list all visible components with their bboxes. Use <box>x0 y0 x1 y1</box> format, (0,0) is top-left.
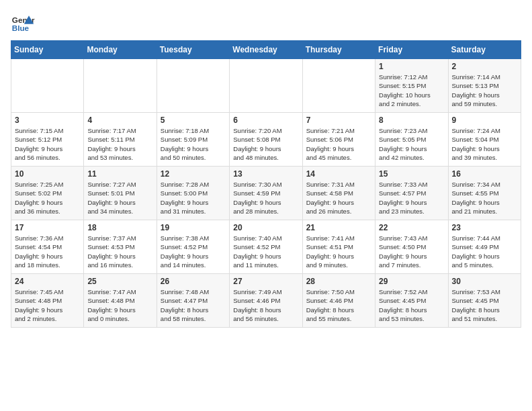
days-header-row: SundayMondayTuesdayWednesdayThursdayFrid… <box>11 41 521 59</box>
day-info: Sunrise: 7:23 AM Sunset: 5:05 PM Dayligh… <box>379 126 444 162</box>
day-number: 3 <box>15 116 80 125</box>
header: General Blue <box>11 11 521 35</box>
logo: General Blue <box>11 11 35 35</box>
calendar-cell: 22Sunrise: 7:43 AM Sunset: 4:50 PM Dayli… <box>375 220 448 274</box>
svg-text:Blue: Blue <box>12 24 30 32</box>
day-info: Sunrise: 7:47 AM Sunset: 4:48 PM Dayligh… <box>87 287 152 323</box>
day-number: 19 <box>161 223 226 232</box>
calendar-cell: 2Sunrise: 7:14 AM Sunset: 5:13 PM Daylig… <box>448 59 521 113</box>
day-info: Sunrise: 7:33 AM Sunset: 4:57 PM Dayligh… <box>379 180 444 216</box>
day-number: 10 <box>15 169 80 179</box>
day-number: 13 <box>233 169 298 179</box>
day-info: Sunrise: 7:44 AM Sunset: 4:49 PM Dayligh… <box>452 234 517 269</box>
calendar-cell: 4Sunrise: 7:17 AM Sunset: 5:11 PM Daylig… <box>84 113 157 167</box>
day-info: Sunrise: 7:49 AM Sunset: 4:46 PM Dayligh… <box>233 287 298 323</box>
calendar-cell: 6Sunrise: 7:20 AM Sunset: 5:08 PM Daylig… <box>230 113 302 167</box>
day-info: Sunrise: 7:45 AM Sunset: 4:48 PM Dayligh… <box>15 287 80 323</box>
calendar-cell: 12Sunrise: 7:28 AM Sunset: 5:00 PM Dayli… <box>157 167 229 220</box>
day-info: Sunrise: 7:53 AM Sunset: 4:45 PM Dayligh… <box>452 287 517 323</box>
day-number: 5 <box>161 116 226 125</box>
day-number: 11 <box>87 169 152 179</box>
day-info: Sunrise: 7:43 AM Sunset: 4:50 PM Dayligh… <box>379 234 444 269</box>
calendar-cell: 18Sunrise: 7:37 AM Sunset: 4:53 PM Dayli… <box>84 220 157 274</box>
day-info: Sunrise: 7:41 AM Sunset: 4:51 PM Dayligh… <box>306 234 371 269</box>
day-info: Sunrise: 7:20 AM Sunset: 5:08 PM Dayligh… <box>233 126 298 162</box>
day-header-thursday: Thursday <box>302 41 375 59</box>
calendar-cell: 14Sunrise: 7:31 AM Sunset: 4:58 PM Dayli… <box>302 167 375 220</box>
day-number: 8 <box>379 116 444 125</box>
calendar-cell: 19Sunrise: 7:38 AM Sunset: 4:52 PM Dayli… <box>157 220 229 274</box>
day-info: Sunrise: 7:15 AM Sunset: 5:12 PM Dayligh… <box>15 126 80 162</box>
day-info: Sunrise: 7:40 AM Sunset: 4:52 PM Dayligh… <box>233 234 298 269</box>
day-number: 1 <box>379 62 444 71</box>
day-info: Sunrise: 7:18 AM Sunset: 5:09 PM Dayligh… <box>161 126 226 162</box>
calendar-cell <box>11 59 84 113</box>
calendar-cell: 11Sunrise: 7:27 AM Sunset: 5:01 PM Dayli… <box>84 167 157 220</box>
calendar-cell <box>84 59 157 113</box>
day-info: Sunrise: 7:25 AM Sunset: 5:02 PM Dayligh… <box>15 180 80 216</box>
day-number: 21 <box>306 223 371 232</box>
calendar-cell: 30Sunrise: 7:53 AM Sunset: 4:45 PM Dayli… <box>448 274 521 328</box>
calendar-cell: 5Sunrise: 7:18 AM Sunset: 5:09 PM Daylig… <box>157 113 229 167</box>
calendar-cell <box>302 59 375 113</box>
day-number: 24 <box>15 277 80 286</box>
day-number: 18 <box>87 223 152 232</box>
calendar-cell: 25Sunrise: 7:47 AM Sunset: 4:48 PM Dayli… <box>84 274 157 328</box>
calendar-cell: 28Sunrise: 7:50 AM Sunset: 4:46 PM Dayli… <box>302 274 375 328</box>
day-number: 20 <box>233 223 298 232</box>
day-info: Sunrise: 7:50 AM Sunset: 4:46 PM Dayligh… <box>306 287 371 323</box>
day-info: Sunrise: 7:34 AM Sunset: 4:55 PM Dayligh… <box>452 180 517 216</box>
day-number: 27 <box>233 277 298 286</box>
day-number: 30 <box>452 277 517 286</box>
day-info: Sunrise: 7:30 AM Sunset: 4:59 PM Dayligh… <box>233 180 298 216</box>
day-info: Sunrise: 7:21 AM Sunset: 5:06 PM Dayligh… <box>306 126 371 162</box>
day-number: 26 <box>161 277 226 286</box>
day-number: 16 <box>452 169 517 179</box>
day-header-friday: Friday <box>375 41 448 59</box>
day-info: Sunrise: 7:48 AM Sunset: 4:47 PM Dayligh… <box>161 287 226 323</box>
day-number: 29 <box>379 277 444 286</box>
logo-icon: General Blue <box>11 11 35 35</box>
calendar-cell: 8Sunrise: 7:23 AM Sunset: 5:05 PM Daylig… <box>375 113 448 167</box>
calendar-cell: 15Sunrise: 7:33 AM Sunset: 4:57 PM Dayli… <box>375 167 448 220</box>
day-number: 17 <box>15 223 80 232</box>
day-number: 12 <box>161 169 226 179</box>
day-info: Sunrise: 7:24 AM Sunset: 5:04 PM Dayligh… <box>452 126 517 162</box>
calendar-cell: 1Sunrise: 7:12 AM Sunset: 5:15 PM Daylig… <box>375 59 448 113</box>
day-info: Sunrise: 7:36 AM Sunset: 4:54 PM Dayligh… <box>15 234 80 269</box>
calendar-cell: 29Sunrise: 7:52 AM Sunset: 4:45 PM Dayli… <box>375 274 448 328</box>
calendar-table: SundayMondayTuesdayWednesdayThursdayFrid… <box>11 40 521 328</box>
calendar-cell: 3Sunrise: 7:15 AM Sunset: 5:12 PM Daylig… <box>11 113 84 167</box>
day-header-monday: Monday <box>84 41 157 59</box>
week-row-4: 24Sunrise: 7:45 AM Sunset: 4:48 PM Dayli… <box>11 274 521 328</box>
calendar-cell: 20Sunrise: 7:40 AM Sunset: 4:52 PM Dayli… <box>230 220 302 274</box>
calendar-cell <box>230 59 302 113</box>
day-info: Sunrise: 7:14 AM Sunset: 5:13 PM Dayligh… <box>452 73 517 108</box>
calendar-cell: 26Sunrise: 7:48 AM Sunset: 4:47 PM Dayli… <box>157 274 229 328</box>
day-number: 28 <box>306 277 371 286</box>
calendar-cell: 23Sunrise: 7:44 AM Sunset: 4:49 PM Dayli… <box>448 220 521 274</box>
calendar-cell: 17Sunrise: 7:36 AM Sunset: 4:54 PM Dayli… <box>11 220 84 274</box>
day-info: Sunrise: 7:17 AM Sunset: 5:11 PM Dayligh… <box>87 126 152 162</box>
day-info: Sunrise: 7:12 AM Sunset: 5:15 PM Dayligh… <box>379 73 444 108</box>
week-row-3: 17Sunrise: 7:36 AM Sunset: 4:54 PM Dayli… <box>11 220 521 274</box>
week-row-1: 3Sunrise: 7:15 AM Sunset: 5:12 PM Daylig… <box>11 113 521 167</box>
calendar-cell: 9Sunrise: 7:24 AM Sunset: 5:04 PM Daylig… <box>448 113 521 167</box>
day-header-tuesday: Tuesday <box>157 41 229 59</box>
calendar-cell: 7Sunrise: 7:21 AM Sunset: 5:06 PM Daylig… <box>302 113 375 167</box>
day-info: Sunrise: 7:52 AM Sunset: 4:45 PM Dayligh… <box>379 287 444 323</box>
day-number: 2 <box>452 62 517 71</box>
day-number: 6 <box>233 116 298 125</box>
day-info: Sunrise: 7:37 AM Sunset: 4:53 PM Dayligh… <box>87 234 152 269</box>
calendar-cell: 24Sunrise: 7:45 AM Sunset: 4:48 PM Dayli… <box>11 274 84 328</box>
day-info: Sunrise: 7:28 AM Sunset: 5:00 PM Dayligh… <box>161 180 226 216</box>
day-info: Sunrise: 7:31 AM Sunset: 4:58 PM Dayligh… <box>306 180 371 216</box>
day-number: 7 <box>306 116 371 125</box>
calendar-cell: 21Sunrise: 7:41 AM Sunset: 4:51 PM Dayli… <box>302 220 375 274</box>
day-header-sunday: Sunday <box>11 41 84 59</box>
day-info: Sunrise: 7:38 AM Sunset: 4:52 PM Dayligh… <box>161 234 226 269</box>
day-number: 4 <box>87 116 152 125</box>
calendar-cell: 10Sunrise: 7:25 AM Sunset: 5:02 PM Dayli… <box>11 167 84 220</box>
calendar-cell: 13Sunrise: 7:30 AM Sunset: 4:59 PM Dayli… <box>230 167 302 220</box>
day-number: 23 <box>452 223 517 232</box>
